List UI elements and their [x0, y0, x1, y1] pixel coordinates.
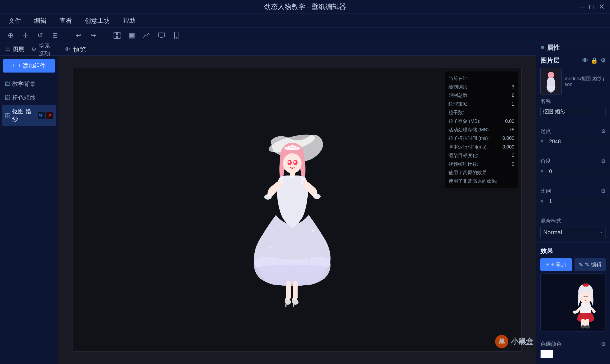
edit-effect-pencil-icon: ✎	[579, 262, 583, 268]
grid-button[interactable]	[112, 30, 122, 41]
stat-row-2: 绘制调用: 3	[448, 83, 514, 91]
scale-x-input[interactable]	[547, 197, 610, 206]
layer-delete-button[interactable]: ✕	[46, 112, 53, 119]
blend-mode-label: 混合模式	[540, 217, 606, 224]
layer-thumbnail	[540, 68, 562, 95]
preview-tab: 👁 预览	[58, 43, 536, 56]
tab-scene[interactable]: ⚙ 场景选项	[29, 43, 58, 55]
origin-x: X	[540, 137, 610, 146]
layer-lock-icon[interactable]: 🔒	[591, 57, 598, 64]
close-button[interactable]: ✕	[599, 2, 605, 11]
maximize-button[interactable]: □	[589, 3, 594, 11]
right-panel: ≡ 属性 图片层 👁 🔒 ⚙	[536, 43, 610, 364]
layer-thumbnail-area: models/抠图 婚纱.json	[540, 68, 606, 95]
svg-point-45	[294, 146, 297, 148]
toolbar-separator-1	[67, 31, 67, 40]
origin-x-input[interactable]	[547, 137, 610, 146]
layer-item-pink[interactable]: 🖼 粉色蜡纱	[2, 91, 56, 104]
name-row	[540, 107, 606, 116]
watermark: 黑 小黑盒	[495, 335, 533, 348]
add-effect-plus-icon: +	[546, 262, 549, 268]
blend-mode-section: 混合模式 Normal Multiply Screen Overlay Add	[536, 213, 610, 242]
toolbar-separator-2	[105, 31, 105, 40]
refresh-button[interactable]: ↺	[35, 30, 46, 41]
toolbar: ⊕ ✛ ↺ ⊞ ↩ ↪ ▣	[0, 28, 610, 43]
origin-inputs: X Y Z	[540, 137, 606, 146]
mascot-character	[563, 278, 605, 331]
thumbnail-preview	[542, 69, 560, 93]
properties-title: 属性	[547, 43, 560, 52]
undo-button[interactable]: ↩	[73, 30, 84, 41]
effects-buttons: + + 添加 ✎ ✎ 编辑	[540, 258, 606, 271]
image-layer-section: 图片层 👁 🔒 ⚙ models/抠图 婚纱.json	[536, 52, 610, 123]
svg-point-39	[176, 37, 177, 38]
stat-row-12: 使用了高原的效果:	[448, 168, 514, 177]
svg-point-49	[288, 161, 290, 163]
color-tint-label: 色调颜色	[540, 340, 562, 348]
stats-overlay: 当前在计: 绘制调用: 3 限制总数: 6 纹理束帧: 1	[445, 71, 518, 188]
chart-button[interactable]	[141, 30, 152, 41]
name-input[interactable]	[540, 107, 606, 116]
preview-canvas[interactable]: ✦ ✦ 当前在计: 绘制调用: 3 限制总数: 6	[58, 56, 536, 364]
effects-section: 效果 + + 添加 ✎ ✎ 编辑	[536, 242, 610, 336]
angle-gear-button[interactable]: ⚙	[601, 158, 606, 164]
preview-area: 👁 预览	[58, 43, 536, 364]
menu-view[interactable]: 查看	[57, 15, 74, 26]
svg-point-50	[294, 161, 296, 163]
scale-gear-button[interactable]: ⚙	[601, 188, 606, 194]
layer-settings-icon[interactable]: ⚙	[600, 57, 606, 64]
menu-file[interactable]: 文件	[6, 15, 23, 26]
color-swatch[interactable]	[540, 350, 553, 358]
stat-row-8: 粒子模拟时间 (ms) : 0.000	[448, 134, 514, 142]
scale-inputs: X Y Z	[540, 197, 606, 206]
redo-button[interactable]: ↪	[88, 30, 99, 41]
blend-mode-select[interactable]: Normal Multiply Screen Overlay Add	[540, 227, 606, 238]
angle-section: 角度 ⚙ X Y Z	[536, 153, 610, 183]
svg-rect-31	[114, 32, 116, 35]
svg-rect-35	[158, 33, 165, 37]
layer-bride-controls: 👁 ✕	[38, 112, 53, 119]
menu-workshop[interactable]: 创意工坊	[83, 15, 112, 26]
minimize-button[interactable]: ─	[579, 3, 585, 11]
edit-effect-button[interactable]: ✎ ✎ 编辑	[575, 258, 606, 271]
angle-header: 角度 ⚙	[540, 158, 606, 165]
origin-header: 起点 ⚙	[540, 128, 606, 135]
stat-row-1: 当前在计:	[448, 74, 514, 83]
layer-model-path: models/抠图 婚纱.json	[565, 75, 606, 87]
stat-row-5: 粒子数:	[448, 108, 514, 117]
menu-help[interactable]: 帮助	[121, 15, 138, 26]
right-panel-header: ≡ 属性	[536, 43, 610, 52]
stat-row-11: 视频帧理计数: 0	[448, 160, 514, 168]
move-button[interactable]: ✛	[20, 30, 31, 41]
scale-x: X	[540, 197, 610, 206]
origin-gear-button[interactable]: ⚙	[601, 128, 606, 134]
stat-row-6: 粒子存储 (MB): 0.00	[448, 117, 514, 125]
layer-item-bride[interactable]: 🖼 抠图 婚纱 👁 ✕	[2, 105, 56, 126]
layer-eye-icon[interactable]: 👁	[582, 57, 588, 64]
preview-canvas-inner: ✦ ✦ 当前在计: 绘制调用: 3 限制总数: 6	[73, 68, 522, 352]
frame-button[interactable]: ▣	[127, 30, 137, 41]
effects-title: 效果	[540, 247, 606, 255]
stat-row-10: 渲染目标变化: 0	[448, 151, 514, 160]
transform-button[interactable]: ⊞	[50, 30, 60, 41]
add-component-button[interactable]: + + 添加组件	[3, 59, 55, 73]
menu-edit[interactable]: 编辑	[32, 15, 49, 26]
layer-visibility-button[interactable]: 👁	[38, 112, 45, 119]
phone-button[interactable]	[171, 30, 182, 41]
bride-character: ✦ ✦	[231, 112, 363, 308]
tab-layers[interactable]: ☰ 图层	[0, 43, 29, 55]
svg-rect-57	[293, 304, 294, 307]
svg-rect-32	[118, 32, 120, 35]
watermark-icon: 黑	[495, 335, 508, 348]
home-button[interactable]: ⊕	[5, 30, 16, 41]
layer-item-bg[interactable]: 🖼 教学背景	[2, 77, 56, 91]
monitor-button[interactable]	[156, 30, 167, 41]
svg-point-52	[264, 194, 272, 200]
svg-rect-33	[114, 36, 116, 39]
add-effect-button[interactable]: + + 添加	[540, 258, 572, 271]
color-tint-gear-button[interactable]: ⚙	[601, 341, 606, 347]
color-tint-section: 色调颜色 ⚙	[536, 336, 610, 364]
origin-section: 起点 ⚙ X Y Z	[536, 123, 610, 153]
angle-x-input[interactable]	[547, 167, 610, 176]
layer-bg-icon: 🖼	[5, 81, 10, 87]
